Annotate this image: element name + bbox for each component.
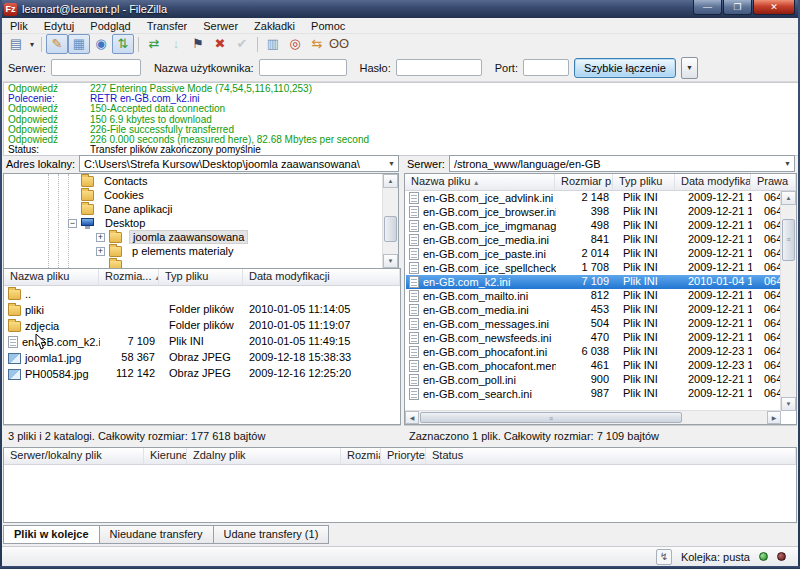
tab-nieudane-transfery[interactable]: Nieudane transfery	[100, 525, 214, 544]
site-manager-dropdown-icon[interactable]: ▾	[27, 40, 37, 49]
tree-item-p-elements-materialy[interactable]: +p elements materialy	[4, 244, 398, 258]
port-input[interactable]	[523, 59, 569, 76]
file-row-zdj-cia[interactable]: zdjęciaFolder plików2010-01-05 11:19:07	[5, 318, 399, 334]
chevron-down-icon[interactable]: ▼	[781, 160, 794, 167]
tree-item-item[interactable]	[4, 258, 398, 269]
file-row-en-gb-com-k2-ini[interactable]: en-GB.com_k2.ini7 109Plik INI2010-01-04 …	[406, 275, 781, 289]
file-row-en-gb-com-media-ini[interactable]: en-GB.com_media.ini453Plik INI2009-12-21…	[406, 303, 781, 317]
file-type: Plik INI	[614, 317, 676, 331]
remote-address-combo[interactable]: /strona_www/language/en-GB ▼	[449, 155, 795, 172]
queue-column-priorytet[interactable]: Priorytet	[381, 448, 426, 464]
disconnect-button[interactable]: ✖	[209, 34, 231, 54]
refresh-button[interactable]: ⇄	[143, 34, 165, 54]
file-row-en-gb-com-mailto-ini[interactable]: en-GB.com_mailto.ini812Plik INI2009-12-2…	[406, 289, 781, 303]
local-column-rozmia[interactable]: Rozmia...▴	[99, 269, 159, 285]
expander-plus-icon[interactable]: +	[96, 233, 105, 242]
sync-browsing-button[interactable]: ⇆	[306, 34, 328, 54]
cancel-button[interactable]: ⚑	[187, 34, 209, 54]
file-row-[interactable]: ..	[5, 286, 399, 302]
close-button[interactable]: ✕	[753, 0, 795, 15]
file-row-pliki[interactable]: plikiFolder plików2010-01-05 11:14:05	[5, 302, 399, 318]
remote-horizontal-scrollbar[interactable]: ◀ ▶ ≡	[405, 410, 781, 424]
find-button[interactable]: ʘʘ	[328, 34, 350, 54]
queue-column-status[interactable]: Status	[426, 448, 796, 464]
file-row-en-gb-com-phocafont-ini[interactable]: en-GB.com_phocafont.ini6 038Plik INI2009…	[406, 345, 781, 359]
toggle-remote-tree-button[interactable]: ◉	[90, 34, 112, 54]
chevron-down-icon[interactable]: ▼	[385, 160, 398, 167]
scroll-left-icon[interactable]: ◀	[405, 411, 419, 424]
file-row-joomla1-jpg[interactable]: joomla1.jpg58 367Obraz JPEG2009-12-18 15…	[5, 350, 399, 366]
file-row-en-gb-com-search-ini[interactable]: en-GB.com_search.ini987Plik INI2009-12-2…	[406, 387, 781, 401]
tree-item-cookies[interactable]: Cookies	[4, 188, 398, 202]
password-input[interactable]	[396, 59, 482, 76]
menu-transfer[interactable]: Transfer	[139, 20, 196, 32]
file-row-en-gb-com-jce-imgmanager-ini[interactable]: en-GB.com_jce_imgmanager.ini498Plik INI2…	[406, 219, 781, 233]
remote-column-typ-pliku[interactable]: Typ pliku	[613, 174, 675, 190]
scroll-right-icon[interactable]: ▶	[767, 411, 781, 424]
scrollbar-thumb[interactable]: ≡	[782, 219, 795, 261]
expander-minus-icon[interactable]: −	[68, 219, 77, 228]
file-row-en-gb-com-k2-ini[interactable]: en-GB.com_k2.ini7 109Plik INI2010-01-05 …	[5, 334, 399, 350]
scroll-down-icon[interactable]: ▼	[781, 397, 796, 411]
remote-column-data-modyfika[interactable]: Data modyfika...	[675, 174, 751, 190]
queue-column-zdalny-plik[interactable]: Zdalny plik	[187, 448, 341, 464]
file-row-en-gb-com-phocafont-menu-ini[interactable]: en-GB.com_phocafont.menu.ini461Plik INI2…	[406, 359, 781, 373]
toggle-queue-button[interactable]: ⇅	[112, 34, 134, 54]
site-manager-button[interactable]: ▤	[5, 34, 27, 54]
toggle-local-tree-button[interactable]: ▦	[68, 34, 90, 54]
local-address-combo[interactable]: C:\Users\Strefa Kursow\Desktop\joomla za…	[79, 155, 399, 172]
speed-limit-icon[interactable]: ↯	[656, 549, 672, 565]
remote-column-nazwa-pliku[interactable]: Nazwa pliku▴	[405, 174, 555, 190]
filter-button[interactable]: ▥	[262, 34, 284, 54]
local-column-typ-pliku[interactable]: Typ pliku	[159, 269, 243, 285]
file-row-en-gb-com-jce-spellchecker-ini[interactable]: en-GB.com_jce_spellchecker.ini1 708Plik …	[406, 261, 781, 275]
remote-column-prawa[interactable]: Prawa	[751, 174, 796, 190]
file-row-en-gb-com-poll-ini[interactable]: en-GB.com_poll.ini900Plik INI2009-12-21 …	[406, 373, 781, 387]
file-row-en-gb-com-jce-media-ini[interactable]: en-GB.com_jce_media.ini841Plik INI2009-1…	[406, 233, 781, 247]
queue-column-serwer-lokalny-plik[interactable]: Serwer/lokalny plik	[4, 448, 144, 464]
compare-button[interactable]: ◎	[284, 34, 306, 54]
menu-plik[interactable]: Plik	[2, 20, 36, 32]
queue-column-rozmiar[interactable]: Rozmiar	[341, 448, 381, 464]
toggle-message-log-button[interactable]: ✎	[46, 34, 68, 54]
title-bar[interactable]: Fz learnart@learnart.pl - FileZilla — ❐ …	[0, 0, 800, 18]
tab-udane-transfery-1[interactable]: Udane transfery (1)	[214, 525, 330, 544]
expander-plus-icon[interactable]: +	[96, 247, 105, 256]
remote-column-rozmiar-p[interactable]: Rozmiar p...	[555, 174, 613, 190]
file-row-en-gb-com-jce-browser-ini[interactable]: en-GB.com_jce_browser.ini398Plik INI2009…	[406, 205, 781, 219]
queue-column-kierunek[interactable]: Kierunek	[144, 448, 187, 464]
quickconnect-dropdown[interactable]: ▼	[681, 57, 698, 79]
scroll-up-icon[interactable]: ▲	[781, 191, 796, 205]
file-name: en-GB.com_jce_paste.ini	[406, 247, 556, 261]
minimize-button[interactable]: —	[693, 0, 722, 15]
file-type: Plik INI	[614, 359, 676, 373]
tree-item-contacts[interactable]: Contacts	[4, 174, 398, 188]
file-row-en-gb-com-newsfeeds-ini[interactable]: en-GB.com_newsfeeds.ini470Plik INI2009-1…	[406, 331, 781, 345]
username-input[interactable]	[259, 59, 347, 76]
menu-edytuj[interactable]: Edytuj	[36, 20, 83, 32]
local-column-data-modyfikacji[interactable]: Data modyfikacji	[243, 269, 400, 285]
menu-podgl-d[interactable]: Podgląd	[82, 20, 138, 32]
maximize-button[interactable]: ❐	[723, 0, 752, 15]
tab-pliki-w-kolejce[interactable]: Pliki w kolejce	[3, 525, 100, 544]
process-queue-button[interactable]: ↓	[165, 34, 187, 54]
menu-serwer[interactable]: Serwer	[195, 20, 246, 32]
folder-icon	[81, 176, 94, 187]
tree-item-joomla-zaawansowana[interactable]: +joomla zaawansowana	[4, 230, 398, 244]
quickconnect-button[interactable]: Szybkie łączenie	[574, 58, 676, 78]
remote-vertical-scrollbar[interactable]: ▲ ▼ ≡	[780, 191, 796, 411]
tree-item-dane-aplikacji[interactable]: Dane aplikacji	[4, 202, 398, 216]
file-row-en-gb-com-jce-paste-ini[interactable]: en-GB.com_jce_paste.ini2 014Plik INI2009…	[406, 247, 781, 261]
file-row-ph00584-jpg[interactable]: PH00584.jpg112 142Obraz JPEG2009-12-16 1…	[5, 366, 399, 382]
menu-pomoc[interactable]: Pomoc	[303, 20, 353, 32]
file-date: 2009-12-21 11:...	[676, 317, 752, 331]
ini-file-icon	[409, 276, 419, 288]
menu-zak-adki[interactable]: Zakładki	[246, 20, 303, 32]
file-row-en-gb-com-jce-advlink-ini[interactable]: en-GB.com_jce_advlink.ini2 148Plik INI20…	[406, 191, 781, 205]
server-input[interactable]	[51, 59, 141, 76]
reconnect-button[interactable]: ✔	[231, 34, 253, 54]
local-column-nazwa-pliku[interactable]: Nazwa pliku	[4, 269, 99, 285]
file-row-en-gb-com-messages-ini[interactable]: en-GB.com_messages.ini504Plik INI2009-12…	[406, 317, 781, 331]
tree-item-desktop[interactable]: −Desktop	[4, 216, 398, 230]
scrollbar-thumb[interactable]: ≡	[420, 412, 682, 423]
